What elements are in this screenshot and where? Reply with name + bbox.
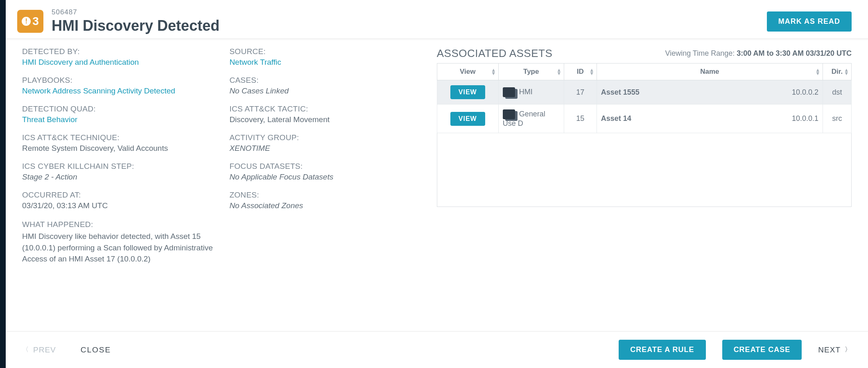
cell-dir: src xyxy=(823,104,852,133)
chevron-right-icon: 〉 xyxy=(845,345,852,354)
asset-type: HMI xyxy=(519,88,533,96)
field-label: DETECTION QUAD: xyxy=(22,104,221,114)
col-name[interactable]: Name▴▾ xyxy=(597,64,823,80)
cell-view: VIEW xyxy=(437,80,498,104)
field-value: No Associated Zones xyxy=(229,201,428,210)
field-killchain: ICS CYBER KILLCHAIN STEP: Stage 2 - Acti… xyxy=(22,162,221,182)
cell-id: 15 xyxy=(564,104,597,133)
assets-table: View▴▾ Type▴▾ ID▴▾ Name▴▾ Dir.▴▾ VIEWHMI… xyxy=(437,63,852,133)
field-value: XENOTIME xyxy=(229,144,428,153)
field-value: No Applicable Focus Datasets xyxy=(229,173,428,182)
time-range-label: Viewing Time Range: xyxy=(665,49,737,57)
col-type[interactable]: Type▴▾ xyxy=(498,64,564,80)
metadata-col-left: DETECTED BY: HMI Discovery and Authentic… xyxy=(22,47,221,327)
next-button[interactable]: NEXT 〉 xyxy=(818,345,852,354)
field-value-link[interactable]: Network Address Scanning Activity Detect… xyxy=(22,86,221,95)
asset-name: Asset 14 xyxy=(601,114,631,123)
field-focus-datasets: FOCUS DATASETS: No Applicable Focus Data… xyxy=(229,162,428,182)
alert-icon: ! xyxy=(22,17,31,26)
sort-icon: ▴▾ xyxy=(590,68,593,75)
cell-name: Asset 155510.0.0.2 xyxy=(597,80,823,104)
sort-icon: ▴▾ xyxy=(845,68,848,75)
view-asset-button[interactable]: VIEW xyxy=(450,112,485,126)
cell-view: VIEW xyxy=(437,104,498,133)
field-label: SOURCE: xyxy=(229,47,428,56)
panel-header: ! 3 506487 HMI Discovery Detected MARK A… xyxy=(6,0,868,39)
field-value: Discovery, Lateral Movement xyxy=(229,115,428,124)
field-label: ZONES: xyxy=(229,191,428,200)
col-id[interactable]: ID▴▾ xyxy=(564,64,597,80)
cell-dir: dst xyxy=(823,80,852,104)
sort-icon: ▴▾ xyxy=(558,68,561,75)
sort-icon: ▴▾ xyxy=(492,68,495,75)
prev-button: 〈 PREV xyxy=(22,345,56,354)
table-row: VIEWHMI17Asset 155510.0.0.2dst xyxy=(437,80,851,104)
metadata-col-right: SOURCE: Network Traffic CASES: No Cases … xyxy=(229,47,428,327)
field-what-happened: WHAT HAPPENED: HMI Discovery like behavi… xyxy=(22,220,221,265)
close-button[interactable]: CLOSE xyxy=(81,345,111,354)
asset-ip: 10.0.0.1 xyxy=(792,114,818,123)
assets-header: ASSOCIATED ASSETS Viewing Time Range: 3:… xyxy=(437,47,852,60)
field-value: Remote System Discovery, Valid Accounts xyxy=(22,144,221,153)
create-rule-button[interactable]: CREATE A RULE xyxy=(619,340,705,360)
footer-right: CREATE A RULE CREATE CASE NEXT 〉 xyxy=(619,340,852,360)
field-label: ICS ATT&CK TECHNIQUE: xyxy=(22,133,221,142)
field-zones: ZONES: No Associated Zones xyxy=(229,191,428,210)
time-range: Viewing Time Range: 3:00 AM to 3:30 AM 0… xyxy=(665,49,852,58)
chevron-left-icon: 〈 xyxy=(22,345,29,354)
footer-left: 〈 PREV CLOSE xyxy=(22,345,111,354)
field-value-link[interactable]: HMI Discovery and Authentication xyxy=(22,58,221,67)
view-asset-button[interactable]: VIEW xyxy=(450,85,485,99)
field-occurred: OCCURRED AT: 03/31/20, 03:13 AM UTC xyxy=(22,191,221,210)
field-label: OCCURRED AT: xyxy=(22,191,221,200)
field-label: FOCUS DATASETS: xyxy=(229,162,428,171)
field-value: HMI Discovery like behavior detected, wi… xyxy=(22,231,221,265)
panel-footer: 〈 PREV CLOSE CREATE A RULE CREATE CASE N… xyxy=(6,331,868,368)
assets-empty-space xyxy=(437,133,852,207)
field-technique: ICS ATT&CK TECHNIQUE: Remote System Disc… xyxy=(22,133,221,153)
field-label: PLAYBOOKS: xyxy=(22,76,221,85)
field-playbooks: PLAYBOOKS: Network Address Scanning Acti… xyxy=(22,76,221,95)
page-title: HMI Discovery Detected xyxy=(52,17,219,34)
field-detection-quad: DETECTION QUAD: Threat Behavior xyxy=(22,104,221,124)
severity-badge: ! 3 xyxy=(17,10,43,33)
field-label: ACTIVITY GROUP: xyxy=(229,133,428,142)
header-left: ! 3 506487 HMI Discovery Detected xyxy=(17,8,219,34)
device-icon xyxy=(503,109,515,119)
field-value: Stage 2 - Action xyxy=(22,173,221,182)
mark-as-read-button[interactable]: MARK AS READ xyxy=(767,11,852,32)
col-dir[interactable]: Dir.▴▾ xyxy=(823,64,852,80)
cell-name: Asset 1410.0.0.1 xyxy=(597,104,823,133)
metadata-section: DETECTED BY: HMI Discovery and Authentic… xyxy=(22,47,429,327)
asset-ip: 10.0.0.2 xyxy=(792,88,818,97)
field-source: SOURCE: Network Traffic xyxy=(229,47,428,67)
field-cases: CASES: No Cases Linked xyxy=(229,76,428,95)
table-row: VIEWGeneral Use D15Asset 1410.0.0.1src xyxy=(437,104,851,133)
field-label: DETECTED BY: xyxy=(22,47,221,56)
detection-detail-panel: ! 3 506487 HMI Discovery Detected MARK A… xyxy=(0,0,868,368)
create-case-button[interactable]: CREATE CASE xyxy=(722,340,802,360)
cell-type: General Use D xyxy=(498,104,564,133)
cell-type: HMI xyxy=(498,80,564,104)
col-view[interactable]: View▴▾ xyxy=(437,64,498,80)
panel-body: DETECTED BY: HMI Discovery and Authentic… xyxy=(6,39,868,331)
field-label: WHAT HAPPENED: xyxy=(22,220,221,229)
asset-name: Asset 1555 xyxy=(601,88,640,96)
field-detected-by: DETECTED BY: HMI Discovery and Authentic… xyxy=(22,47,221,67)
field-tactic: ICS ATT&CK TACTIC: Discovery, Lateral Mo… xyxy=(229,104,428,124)
severity-number: 3 xyxy=(32,15,39,28)
time-range-value: 3:00 AM to 3:30 AM 03/31/20 UTC xyxy=(737,49,852,57)
field-value-link[interactable]: Network Traffic xyxy=(229,58,428,67)
field-activity-group: ACTIVITY GROUP: XENOTIME xyxy=(229,133,428,153)
field-value: 03/31/20, 03:13 AM UTC xyxy=(22,201,221,210)
title-group: 506487 HMI Discovery Detected xyxy=(52,8,219,34)
table-header-row: View▴▾ Type▴▾ ID▴▾ Name▴▾ Dir.▴▾ xyxy=(437,64,851,80)
field-value-link[interactable]: Threat Behavior xyxy=(22,115,221,124)
associated-assets-section: ASSOCIATED ASSETS Viewing Time Range: 3:… xyxy=(437,47,852,327)
sort-icon: ▴▾ xyxy=(816,68,819,75)
cell-id: 17 xyxy=(564,80,597,104)
record-id: 506487 xyxy=(52,8,219,16)
field-label: CASES: xyxy=(229,76,428,85)
device-icon xyxy=(503,87,515,97)
field-label: ICS CYBER KILLCHAIN STEP: xyxy=(22,162,221,171)
